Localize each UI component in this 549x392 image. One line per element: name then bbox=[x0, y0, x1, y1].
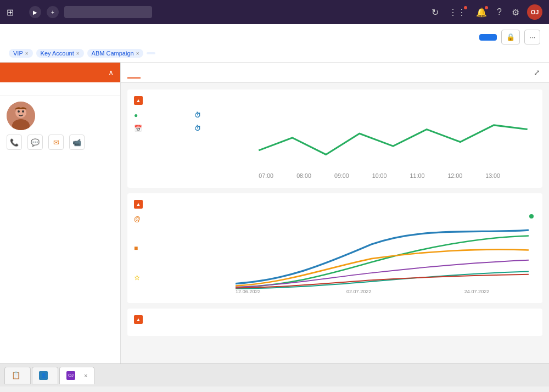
search-input[interactable] bbox=[64, 6, 152, 18]
video-action-button[interactable]: 📹 bbox=[69, 135, 85, 150]
avatar-image bbox=[7, 102, 35, 130]
email-metrics: @ ■ bbox=[134, 214, 222, 296]
phone-action-button[interactable]: 📞 bbox=[7, 135, 22, 150]
lock-button[interactable]: 🔒 bbox=[501, 30, 520, 44]
save-button[interactable] bbox=[479, 34, 497, 41]
svg-text:13:00: 13:00 bbox=[485, 172, 500, 179]
taskbar-oj[interactable]: OJ × bbox=[59, 367, 94, 384]
tab-attraction[interactable] bbox=[189, 66, 202, 79]
calendar-icon: 📅 bbox=[134, 125, 142, 132]
svg-text:12.06.2022: 12.06.2022 bbox=[236, 289, 261, 294]
tag-vip-remove[interactable]: × bbox=[25, 51, 29, 57]
top-navigation: ⊞ ▶ + ↻ ⋮⋮ 🔔 ? ⚙ OJ bbox=[0, 0, 549, 24]
send-emails-metric: @ bbox=[134, 214, 222, 238]
tab-communication[interactable] bbox=[158, 66, 171, 79]
next-best-offer-header[interactable]: ∧ bbox=[0, 63, 120, 82]
bell-notification-dot bbox=[485, 6, 488, 9]
engagement-content: ● ⏱ bbox=[134, 110, 536, 181]
svg-point-3 bbox=[18, 110, 20, 113]
forms-metric: ● bbox=[134, 110, 183, 119]
action-icons: 📞 💬 ✉ 📹 bbox=[7, 135, 114, 150]
maturity-section: ▲ bbox=[127, 309, 542, 336]
accounts-taskbar-icon: 📋 bbox=[12, 371, 20, 379]
svg-text:07:00: 07:00 bbox=[259, 172, 273, 179]
svg-text:24.07.2022: 24.07.2022 bbox=[464, 289, 490, 294]
email-nurturing-section: ▲ @ bbox=[127, 193, 542, 303]
tag-key-account[interactable]: Key Account × bbox=[36, 49, 84, 58]
duration-value: ⏱ bbox=[194, 111, 244, 119]
avg-duration-value: ⏱ bbox=[194, 125, 244, 132]
engagement-metrics: ● ⏱ bbox=[134, 110, 244, 181]
tag-abm-remove[interactable]: × bbox=[136, 51, 139, 57]
metrics-pair-1: ● ⏱ bbox=[134, 110, 244, 119]
send-emails-value: @ bbox=[134, 215, 222, 223]
svg-text:08:00: 08:00 bbox=[296, 172, 311, 179]
engagement-icon: ▲ bbox=[134, 96, 143, 105]
svg-text:09:00: 09:00 bbox=[334, 172, 349, 179]
svg-text:12:00: 12:00 bbox=[447, 172, 462, 179]
emails-legend-dot bbox=[529, 214, 534, 219]
page-header: 🔒 ··· VIP × Key Account × ABM Campaign × bbox=[0, 24, 549, 63]
email-content: @ ■ bbox=[134, 214, 536, 296]
email-chart: 12.06.2022 02.07.2022 24.07.2022 bbox=[228, 214, 536, 296]
metrics-pair-2: 📅 ⏱ bbox=[134, 124, 244, 132]
nbo-chevron-icon: ∧ bbox=[108, 68, 114, 77]
clicks-value: ☆ bbox=[134, 274, 222, 282]
apps-icon[interactable]: ⋮⋮ bbox=[449, 7, 466, 18]
sync-icon[interactable]: ↻ bbox=[432, 7, 439, 18]
tab-timeline[interactable] bbox=[143, 66, 156, 79]
open-emails-metric: ■ bbox=[134, 243, 222, 267]
play-button[interactable]: ▶ bbox=[29, 6, 41, 18]
forms-value: ● bbox=[134, 111, 183, 119]
taskbar-accounts[interactable]: 📋 bbox=[4, 367, 31, 384]
svg-point-4 bbox=[22, 110, 24, 113]
clicks-metric: ☆ bbox=[134, 273, 222, 296]
more-options-button[interactable]: ··· bbox=[524, 30, 540, 44]
open-emails-value: ■ bbox=[134, 244, 222, 252]
tab-additional-info[interactable] bbox=[173, 66, 187, 79]
help-icon[interactable]: ? bbox=[497, 7, 502, 17]
taskbar-contacts[interactable]: 👤 bbox=[32, 367, 58, 384]
duration-metric: ⏱ bbox=[194, 110, 244, 119]
right-section: ⤢ ▲ ● bbox=[121, 63, 549, 363]
open-icon: ■ bbox=[134, 244, 138, 252]
svg-text:11:00: 11:00 bbox=[410, 172, 425, 179]
tags-row: VIP × Key Account × ABM Campaign × bbox=[9, 49, 540, 62]
svg-text:10:00: 10:00 bbox=[372, 172, 387, 179]
oj-close-button[interactable]: × bbox=[84, 372, 87, 379]
contact-avatar-row bbox=[7, 102, 114, 130]
last-visit-value: 📅 bbox=[134, 125, 183, 132]
message-action-button[interactable]: 💬 bbox=[27, 135, 43, 150]
apps-grid-icon[interactable]: ⊞ bbox=[7, 7, 14, 18]
content-area: ▲ ● bbox=[121, 83, 549, 363]
add-button[interactable]: + bbox=[47, 6, 59, 18]
tag-key-account-remove[interactable]: × bbox=[76, 51, 80, 57]
email-legend bbox=[529, 214, 536, 219]
email-dynamics-chart: 12.06.2022 02.07.2022 24.07.2022 bbox=[228, 223, 536, 294]
tab-sales[interactable] bbox=[204, 66, 217, 79]
settings-icon[interactable]: ⚙ bbox=[512, 7, 519, 18]
contact-avatar bbox=[7, 102, 35, 130]
maturity-icon: ▲ bbox=[134, 315, 143, 324]
send-icon: @ bbox=[134, 215, 141, 223]
tag-vip[interactable]: VIP × bbox=[9, 49, 33, 58]
expand-icon[interactable]: ⤢ bbox=[531, 63, 542, 82]
tag-abm-campaign[interactable]: ABM Campaign × bbox=[87, 49, 144, 58]
avg-duration-icon: ⏱ bbox=[194, 125, 201, 132]
user-avatar[interactable]: OJ bbox=[527, 4, 542, 20]
email-action-button[interactable]: ✉ bbox=[48, 135, 64, 150]
tags-more[interactable] bbox=[147, 52, 155, 54]
engagement-section: ▲ ● bbox=[127, 89, 542, 188]
taskbar: 📋 👤 OJ × bbox=[0, 363, 549, 387]
avg-duration-metric: ⏱ bbox=[194, 124, 244, 132]
engagement-chart: 07:00 08:00 09:00 10:00 11:00 12:00 13:0… bbox=[250, 110, 536, 181]
contact-section: 📞 💬 ✉ 📹 bbox=[0, 96, 120, 160]
tab-service[interactable] bbox=[220, 66, 233, 79]
bell-icon[interactable]: 🔔 bbox=[476, 7, 487, 18]
site-visit-chart: 07:00 08:00 09:00 10:00 11:00 12:00 13:0… bbox=[250, 113, 536, 180]
engagement-header: ▲ bbox=[134, 96, 536, 105]
oj-colored-icon: OJ bbox=[66, 371, 75, 380]
duration-icon: ⏱ bbox=[194, 111, 201, 119]
clicks-icon: ☆ bbox=[134, 274, 140, 282]
tab-interaction-summary[interactable] bbox=[127, 66, 141, 79]
